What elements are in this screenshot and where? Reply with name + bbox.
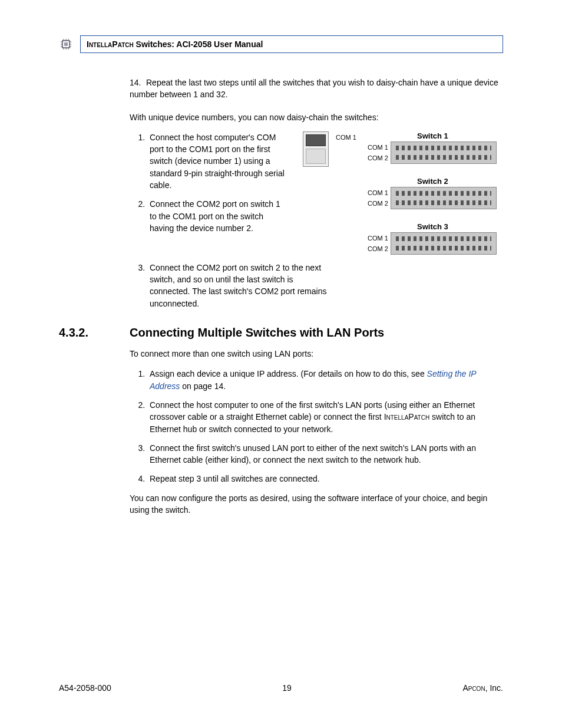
switch3-label: Switch 3 — [362, 222, 503, 231]
sw1-com1: COM 1 — [362, 142, 388, 153]
page-header: IntellaPatch Switches: ACI-2058 User Man… — [59, 35, 503, 53]
chain-intro: With unique device numbers, you can now … — [130, 111, 503, 123]
sw3-com2: COM 2 — [362, 243, 388, 254]
footer-right: Apcon, Inc. — [462, 683, 503, 693]
lan-step-2sc: IntellaPatch — [384, 412, 430, 421]
lan-step-1: Assign each device a unique IP address. … — [147, 368, 503, 392]
header-title-box: IntellaPatch Switches: ACI-2058 User Man… — [80, 35, 503, 53]
header-rest: Switches: ACI-2058 User Manual — [134, 39, 263, 49]
host-computer-icon — [303, 131, 329, 167]
sw2-com1: COM 1 — [362, 187, 388, 198]
lan-step-2: Connect the host computer to one of the … — [147, 399, 503, 435]
switch2-label: Switch 2 — [362, 177, 503, 186]
switch1-box — [391, 141, 497, 164]
page-footer: A54-2058-000 19 Apcon, Inc. — [59, 683, 503, 693]
section-heading: 4.3.2. Connecting Multiple Switches with… — [59, 326, 503, 340]
switch3-box — [391, 232, 497, 255]
daisy-chain-diagram: COM 1 Switch 1 COM 1 COM 2 — [303, 131, 503, 255]
lan-step-4: Repeat step 3 until all switches are con… — [147, 473, 503, 485]
closing-para: You can now configure the ports as desir… — [130, 492, 503, 516]
footer-left: A54-2058-000 — [59, 683, 111, 693]
chain-step-3: Connect the COM2 port on switch 2 to the… — [147, 262, 327, 309]
chain-step3-list: Connect the COM2 port on switch 2 to the… — [130, 262, 327, 309]
step-14-num: 14. — [130, 77, 146, 88]
chain-steps-list: Connect the host computer's COM port to … — [130, 131, 289, 234]
pc-com1-label: COM 1 — [336, 134, 356, 141]
lan-step-3: Connect the first switch's unused LAN po… — [147, 442, 503, 466]
step-14-text: Repeat the last two steps until all the … — [130, 78, 498, 99]
footer-page-number: 19 — [282, 683, 292, 693]
section-title: Connecting Multiple Switches with LAN Po… — [130, 326, 384, 340]
header-brand: IntellaPatch — [87, 39, 134, 49]
lan-step-1a: Assign each device a unique IP address. … — [150, 369, 427, 378]
svg-rect-1 — [64, 42, 68, 46]
chip-icon — [59, 37, 73, 51]
chain-step-1: Connect the host computer's COM port to … — [147, 131, 289, 191]
sw2-com2: COM 2 — [362, 198, 388, 209]
step-14: 14.Repeat the last two steps until all t… — [130, 77, 503, 101]
sw1-com2: COM 2 — [362, 153, 388, 163]
lan-intro: To connect more than one switch using LA… — [130, 348, 503, 360]
sw3-com1: COM 1 — [362, 233, 388, 243]
lan-step-1b: on page 14. — [180, 381, 226, 391]
section-number: 4.3.2. — [59, 326, 130, 340]
lan-steps-list: Assign each device a unique IP address. … — [130, 368, 503, 485]
switch2-box — [391, 187, 497, 209]
switch1-label: Switch 1 — [362, 131, 503, 140]
chain-step-2: Connect the COM2 port on switch 1 to the… — [147, 198, 289, 234]
